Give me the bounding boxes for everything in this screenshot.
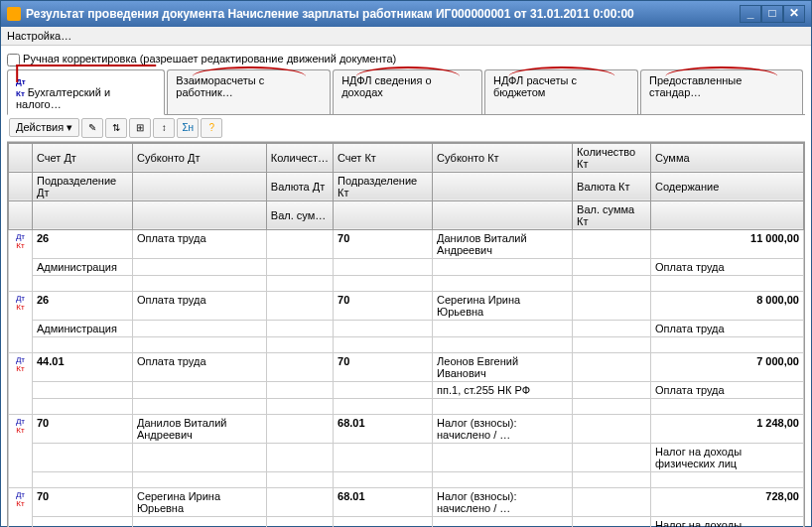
tabs-row: ДтКтБухгалтерский и налого… Взаиморасчет…	[7, 69, 805, 115]
table-row[interactable]	[9, 471, 804, 487]
table-row[interactable]: Налог на доходы физических лиц	[9, 516, 804, 527]
toolbar-icon-4[interactable]: ↕	[153, 118, 175, 138]
table-row[interactable]: ДтКт70Данилов Виталий Андреевич68.01Нало…	[9, 414, 804, 443]
menubar: Настройка…	[1, 27, 811, 46]
tab-accounting[interactable]: ДтКтБухгалтерский и налого…	[7, 69, 165, 115]
toolbar-icon-1[interactable]: ✎	[81, 118, 103, 138]
row-marker: ДтКт	[9, 487, 33, 527]
tab-settlements[interactable]: Взаиморасчеты с работник…	[167, 69, 331, 114]
table-row[interactable]: ДтКт70Серегина Ирина Юрьевна68.01Налог (…	[9, 487, 804, 516]
table-row[interactable]: АдминистрацияОплата труда	[9, 258, 804, 275]
toolbar-icon-2[interactable]: ⇅	[105, 118, 127, 138]
tab-ndfl-income[interactable]: НДФЛ сведения о доходах	[333, 69, 482, 114]
table-row[interactable]	[9, 336, 804, 352]
row-marker: ДтКт	[9, 291, 33, 352]
table-row[interactable]: пп.1, ст.255 НК РФОплата труда	[9, 381, 804, 398]
table-row[interactable]: ДтКт26Оплата труда70Серегина Ирина Юрьев…	[9, 291, 804, 320]
table-row[interactable]: Налог на доходы физических лиц	[9, 443, 804, 471]
toolbar-icon-3[interactable]: ⊞	[129, 118, 151, 138]
row-marker: ДтКт	[9, 229, 33, 291]
app-icon	[7, 7, 21, 21]
table-row[interactable]	[9, 398, 804, 414]
table-row[interactable]	[9, 275, 804, 291]
toolbar-sum-icon[interactable]: Σн	[177, 118, 199, 138]
close-window-button[interactable]: ✕	[783, 5, 805, 23]
maximize-button[interactable]: □	[761, 5, 783, 23]
titlebar: Результат проведения документа Начислени…	[1, 1, 811, 27]
row-marker: ДтКт	[9, 414, 33, 487]
table-row[interactable]: ДтКт44.01Оплата труда70Леонов Евгений Ив…	[9, 352, 804, 381]
tab-ndfl-budget[interactable]: НДФЛ расчеты с бюджетом	[484, 69, 638, 114]
menu-settings[interactable]: Настройка…	[7, 30, 71, 42]
actions-dropdown[interactable]: Действия ▾	[9, 118, 79, 137]
row-marker: ДтКт	[9, 352, 33, 414]
tab-deductions[interactable]: Предоставленные стандар…	[640, 69, 803, 114]
manual-edit-checkbox[interactable]	[7, 54, 20, 66]
grid-header: Счет ДтСубконто ДтКоличест…Счет КтСубкон…	[9, 143, 804, 229]
toolbar: Действия ▾ ✎ ⇅ ⊞ ↕ Σн ?	[7, 115, 805, 142]
minimize-button[interactable]: _	[740, 5, 761, 23]
grid[interactable]: Счет ДтСубконто ДтКоличест…Счет КтСубкон…	[7, 142, 805, 527]
toolbar-help-icon[interactable]: ?	[201, 118, 222, 138]
manual-edit-checkbox-label[interactable]: Ручная корректировка (разрешает редактир…	[7, 53, 396, 65]
table-row[interactable]: АдминистрацияОплата труда	[9, 320, 804, 336]
table-row[interactable]: ДтКт26Оплата труда70Данилов Виталий Андр…	[9, 229, 804, 258]
window-title: Результат проведения документа Начислени…	[26, 7, 740, 21]
